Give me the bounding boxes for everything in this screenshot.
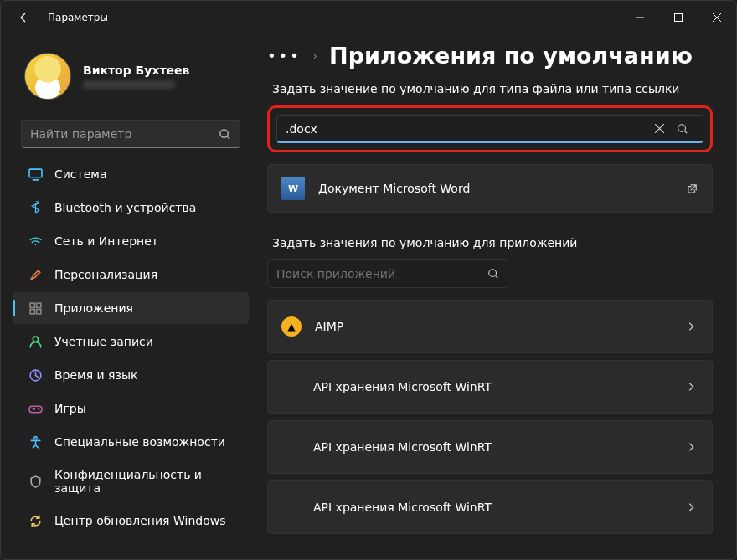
nav-label: Время и язык bbox=[54, 368, 137, 382]
breadcrumb: ••• › Приложения по умолчанию bbox=[267, 43, 713, 69]
svg-rect-3 bbox=[30, 303, 34, 307]
clear-button[interactable] bbox=[647, 117, 671, 141]
svg-rect-5 bbox=[30, 309, 34, 313]
open-external-icon bbox=[686, 182, 698, 195]
sidebar-item-sync[interactable]: Центр обновления Windows bbox=[13, 505, 249, 537]
close-button[interactable] bbox=[698, 4, 736, 31]
settings-window: Параметры Виктор Бухтеев СистемаBl bbox=[0, 0, 737, 560]
profile-block[interactable]: Виктор Бухтеев bbox=[8, 48, 254, 111]
filetype-search-highlight bbox=[267, 105, 713, 152]
nav-label: Центр обновления Windows bbox=[54, 514, 225, 527]
apps-search-box[interactable] bbox=[267, 259, 508, 288]
app-item[interactable]: API хранения Microsoft WinRT bbox=[267, 420, 713, 474]
avatar bbox=[24, 53, 71, 100]
nav-label: Конфиденциальность и защита bbox=[54, 468, 234, 495]
apps-search-input[interactable] bbox=[276, 267, 487, 280]
search-icon bbox=[219, 128, 231, 141]
brush-icon bbox=[28, 267, 43, 282]
close-icon bbox=[713, 13, 721, 22]
sidebar-item-accessibility[interactable]: Специальные возможности bbox=[13, 426, 249, 458]
gamepad-icon bbox=[28, 401, 43, 416]
svg-rect-9 bbox=[29, 406, 42, 412]
nav-label: Персонализация bbox=[54, 268, 157, 281]
chevron-right-icon bbox=[685, 381, 697, 393]
sidebar-item-shield[interactable]: Конфиденциальность и защита bbox=[13, 460, 249, 503]
apps-section-label: Задать значения по умолчанию для приложе… bbox=[272, 236, 713, 249]
filetype-section-label: Задать значение по умолчанию для типа фа… bbox=[272, 82, 713, 95]
monitor-icon bbox=[28, 167, 43, 182]
sidebar-search-input[interactable] bbox=[30, 127, 219, 141]
search-icon bbox=[487, 268, 499, 280]
filetype-result-label: Документ Microsoft Word bbox=[318, 182, 673, 195]
app-item-label: API хранения Microsoft WinRT bbox=[313, 440, 685, 454]
nav-label: Сеть и Интернет bbox=[54, 234, 158, 248]
chevron-right-icon bbox=[685, 321, 697, 332]
word-file-icon: W bbox=[281, 177, 305, 200]
titlebar: Параметры bbox=[1, 1, 736, 34]
svg-point-11 bbox=[678, 124, 686, 131]
svg-point-7 bbox=[33, 337, 38, 342]
svg-point-12 bbox=[489, 270, 497, 277]
bluetooth-icon bbox=[28, 200, 43, 215]
app-item[interactable]: API хранения Microsoft WinRT bbox=[267, 480, 713, 534]
search-submit-button[interactable] bbox=[671, 117, 694, 141]
sidebar-item-brush[interactable]: Персонализация bbox=[13, 259, 249, 290]
app-item-label: API хранения Microsoft WinRT bbox=[313, 501, 685, 514]
breadcrumb-more-button[interactable]: ••• bbox=[267, 47, 302, 64]
sidebar-item-bluetooth[interactable]: Bluetooth и устройства bbox=[13, 192, 249, 223]
sync-icon bbox=[28, 513, 43, 528]
chevron-right-icon bbox=[685, 441, 697, 453]
minimize-button[interactable] bbox=[621, 4, 659, 31]
sidebar-item-person[interactable]: Учетные записи bbox=[13, 326, 249, 357]
x-icon bbox=[655, 124, 664, 133]
app-item[interactable]: ▲AIMP bbox=[267, 300, 713, 353]
titlebar-title: Параметры bbox=[48, 12, 108, 23]
app-icon: ▲ bbox=[281, 316, 302, 337]
svg-point-1 bbox=[220, 129, 228, 136]
person-icon bbox=[28, 334, 43, 349]
svg-rect-4 bbox=[36, 303, 40, 307]
nav-label: Bluetooth и устройства bbox=[54, 201, 196, 214]
filetype-search-box[interactable] bbox=[276, 115, 704, 143]
shield-icon bbox=[28, 474, 43, 489]
maximize-icon bbox=[674, 13, 683, 22]
sidebar-search[interactable] bbox=[21, 120, 240, 148]
profile-name: Виктор Бухтеев bbox=[83, 64, 189, 77]
svg-point-10 bbox=[34, 436, 36, 439]
filetype-search-input[interactable] bbox=[286, 122, 647, 136]
sidebar-item-apps[interactable]: Приложения bbox=[13, 292, 249, 324]
sidebar: Виктор Бухтеев СистемаBluetooth и устрой… bbox=[1, 34, 260, 559]
apps-list: ▲AIMPAPI хранения Microsoft WinRTAPI хра… bbox=[267, 300, 713, 534]
apps-icon bbox=[28, 301, 43, 316]
clock-icon bbox=[28, 367, 43, 383]
arrow-left-icon bbox=[17, 11, 30, 24]
wifi-icon bbox=[28, 234, 43, 249]
page-title: Приложения по умолчанию bbox=[329, 43, 693, 69]
accessibility-icon bbox=[28, 434, 43, 450]
sidebar-item-clock[interactable]: Время и язык bbox=[13, 359, 249, 391]
nav-label: Учетные записи bbox=[54, 335, 153, 348]
filetype-result-card[interactable]: W Документ Microsoft Word bbox=[267, 164, 713, 213]
sidebar-item-gamepad[interactable]: Игры bbox=[13, 393, 249, 424]
main-content: ••• › Приложения по умолчанию Задать зна… bbox=[260, 34, 736, 559]
sidebar-item-wifi[interactable]: Сеть и Интернет bbox=[13, 225, 249, 257]
svg-rect-0 bbox=[675, 14, 683, 22]
app-item-label: AIMP bbox=[315, 320, 685, 333]
nav-label: Приложения bbox=[54, 301, 133, 315]
app-item-label: API хранения Microsoft WinRT bbox=[313, 380, 685, 393]
back-button[interactable] bbox=[11, 5, 36, 30]
minimize-icon bbox=[636, 13, 644, 22]
app-item[interactable]: API хранения Microsoft WinRT bbox=[267, 360, 713, 414]
svg-rect-2 bbox=[29, 169, 42, 177]
nav-label: Специальные возможности bbox=[54, 435, 225, 449]
profile-email-redacted bbox=[83, 80, 175, 89]
svg-rect-6 bbox=[36, 309, 40, 313]
nav-label: Игры bbox=[54, 402, 86, 415]
nav-list: СистемаBluetooth и устройстваСеть и Инте… bbox=[8, 158, 254, 537]
chevron-right-icon: › bbox=[313, 49, 317, 62]
chevron-right-icon bbox=[685, 501, 697, 513]
window-controls bbox=[621, 4, 736, 31]
maximize-button[interactable] bbox=[659, 4, 698, 31]
search-icon bbox=[677, 123, 688, 135]
sidebar-item-monitor[interactable]: Система bbox=[13, 158, 249, 190]
